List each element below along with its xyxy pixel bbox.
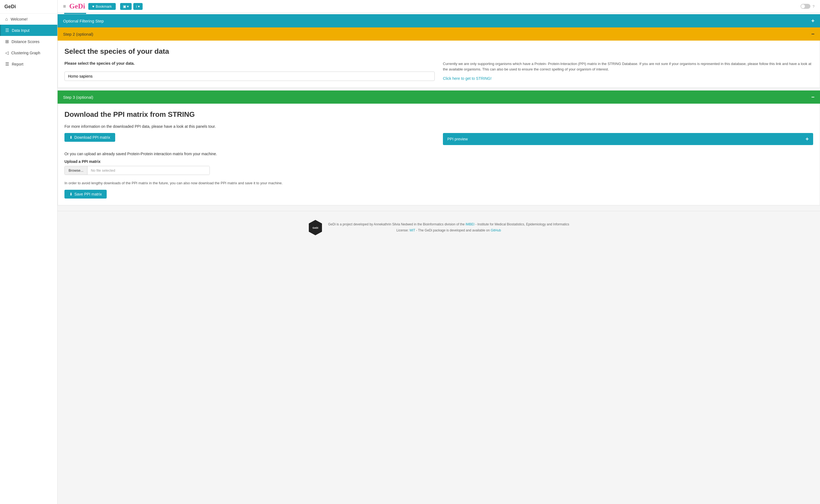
- grid-icon-button[interactable]: ▣ ▾: [120, 3, 132, 10]
- sidebar-item-label: Welcome!: [11, 17, 28, 21]
- tab-active-indicator: [64, 13, 86, 14]
- page-content: Optional Filtering Step + Step 2 (option…: [58, 13, 820, 244]
- step3-title: Step 3 (optional): [63, 95, 93, 100]
- footer-line2: License: MIT - The GeDi package is devel…: [328, 228, 569, 234]
- optional-filtering-toggle[interactable]: +: [811, 18, 815, 24]
- heart-icon: ♥: [92, 4, 94, 9]
- sidebar-item-report[interactable]: ☰ Report: [0, 58, 57, 70]
- github-link[interactable]: GitHub: [491, 228, 501, 232]
- step3-toggle[interactable]: −: [811, 94, 815, 100]
- species-input[interactable]: [64, 72, 435, 81]
- save-icon: ⬇: [69, 192, 73, 196]
- footer-text3: - The GeDi package is developed and avai…: [415, 228, 491, 232]
- file-input-wrapper: Browse... No file selected: [64, 166, 210, 175]
- footer: GeDi GeDi is a project developed by Anne…: [58, 211, 820, 244]
- svg-text:GeDi: GeDi: [313, 226, 318, 229]
- browse-button[interactable]: Browse...: [65, 166, 87, 175]
- graph-icon: ◁: [5, 50, 9, 55]
- step2-section-title: Select the species of your data: [64, 47, 813, 56]
- string-link[interactable]: Click here to get to STRING!: [443, 76, 491, 81]
- step2-title: Step 2 (optional): [63, 32, 93, 36]
- step2-info-text: Currently we are only supporting organis…: [443, 61, 813, 72]
- data-input-icon: ☰: [5, 28, 9, 33]
- footer-text-block: GeDi is a project developed by Annekathr…: [328, 222, 569, 233]
- grid-icon: ⊞: [5, 39, 9, 44]
- save-note: In order to avoid lengthy downloads of t…: [64, 180, 813, 186]
- step2-section: Step 2 (optional) − Select the species o…: [58, 27, 820, 88]
- upload-label: Upload a PPI matrix: [64, 159, 813, 164]
- optional-filtering-header[interactable]: Optional Filtering Step +: [58, 14, 820, 27]
- step3-left: ⬇ Download PPI matrix: [64, 133, 435, 145]
- download-ppi-button[interactable]: ⬇ Download PPI matrix: [64, 133, 115, 142]
- step2-header[interactable]: Step 2 (optional) −: [58, 27, 820, 41]
- footer-line1: GeDi is a project developed by Annekathr…: [328, 222, 569, 228]
- topbar: ≡ GeDi ♥ Bookmark ▣ ▾ i ▾ ?: [58, 0, 820, 13]
- step2-columns: Please select the species of your data. …: [64, 61, 813, 81]
- upload-description: Or you can upload an already saved Prote…: [64, 152, 813, 156]
- sidebar-item-label: Data Input: [12, 28, 30, 33]
- step2-description: Please select the species of your data.: [64, 61, 435, 66]
- step2-body: Select the species of your data Please s…: [58, 41, 820, 88]
- sidebar-item-data-input[interactable]: ☰ Data Input: [0, 25, 57, 36]
- footer-text1: GeDi is a project developed by Annekathr…: [328, 222, 465, 226]
- save-btn-wrapper: ⬇ Save PPI matrix: [64, 190, 813, 199]
- optional-filtering-section: Optional Filtering Step +: [58, 14, 820, 27]
- home-icon: ⌂: [5, 17, 8, 22]
- sidebar-item-welcome[interactable]: ⌂ Welcome!: [0, 14, 57, 25]
- step3-section-title: Download the PPI matrix from STRING: [64, 110, 813, 119]
- app-brand: GeDi: [69, 2, 85, 10]
- ppi-preview-toggle[interactable]: +: [805, 136, 809, 142]
- footer-logo-wrapper: GeDi: [308, 219, 323, 236]
- sidebar: GeDi ⌂ Welcome! ☰ Data Input ⊞ Distance …: [0, 0, 58, 504]
- download-icon: ⬇: [69, 135, 73, 140]
- footer-content: GeDi GeDi is a project developed by Anne…: [63, 219, 815, 236]
- footer-license-text: License:: [396, 228, 409, 232]
- step3-right: PPI preview +: [443, 133, 813, 145]
- footer-logo-hexagon: GeDi: [308, 219, 323, 236]
- mit-link[interactable]: MIT: [409, 228, 415, 232]
- save-ppi-button[interactable]: ⬇ Save PPI matrix: [64, 190, 107, 199]
- hamburger-menu-icon[interactable]: ≡: [63, 4, 66, 9]
- step2-right: Currently we are only supporting organis…: [443, 61, 813, 81]
- optional-filtering-title: Optional Filtering Step: [63, 19, 104, 23]
- upload-section: Or you can upload an already saved Prote…: [64, 152, 813, 175]
- bookmark-button[interactable]: ♥ Bookmark: [88, 3, 115, 10]
- step3-header[interactable]: Step 3 (optional) −: [58, 90, 820, 104]
- topbar-icon-group: ▣ ▾ i ▾: [120, 3, 143, 10]
- sidebar-item-clustering-graph[interactable]: ◁ Clustering Graph: [0, 47, 57, 58]
- sidebar-item-distance-scores[interactable]: ⊞ Distance Scores: [0, 36, 57, 47]
- help-icon[interactable]: ?: [813, 4, 815, 9]
- report-icon: ☰: [5, 61, 9, 67]
- step3-section: Step 3 (optional) − Download the PPI mat…: [58, 90, 820, 205]
- step3-columns: ⬇ Download PPI matrix PPI preview +: [64, 133, 813, 145]
- file-name-display: No file selected: [87, 166, 210, 175]
- sidebar-logo: GeDi: [0, 0, 57, 14]
- topbar-right: ?: [801, 4, 815, 9]
- footer-text2: - Institute for Medical Biostatistics, E…: [474, 222, 569, 226]
- info-icon-button[interactable]: i ▾: [133, 3, 143, 10]
- step3-body: Download the PPI matrix from STRING For …: [58, 104, 820, 205]
- main-content: ≡ GeDi ♥ Bookmark ▣ ▾ i ▾ ? Optional Fil…: [58, 0, 820, 504]
- imbei-link[interactable]: IMBEI: [465, 222, 474, 226]
- step2-toggle[interactable]: −: [811, 31, 815, 37]
- ppi-preview-accordion[interactable]: PPI preview +: [443, 133, 813, 145]
- footer-row: GeDi GeDi is a project developed by Anne…: [308, 219, 569, 236]
- theme-toggle[interactable]: [801, 4, 810, 9]
- sidebar-item-label: Distance Scores: [12, 39, 39, 44]
- sidebar-item-label: Report: [12, 62, 23, 66]
- step3-description: For more information on the downloaded P…: [64, 124, 813, 129]
- ppi-preview-label: PPI preview: [447, 137, 468, 141]
- sidebar-item-label: Clustering Graph: [11, 51, 40, 55]
- step2-left: Please select the species of your data.: [64, 61, 435, 81]
